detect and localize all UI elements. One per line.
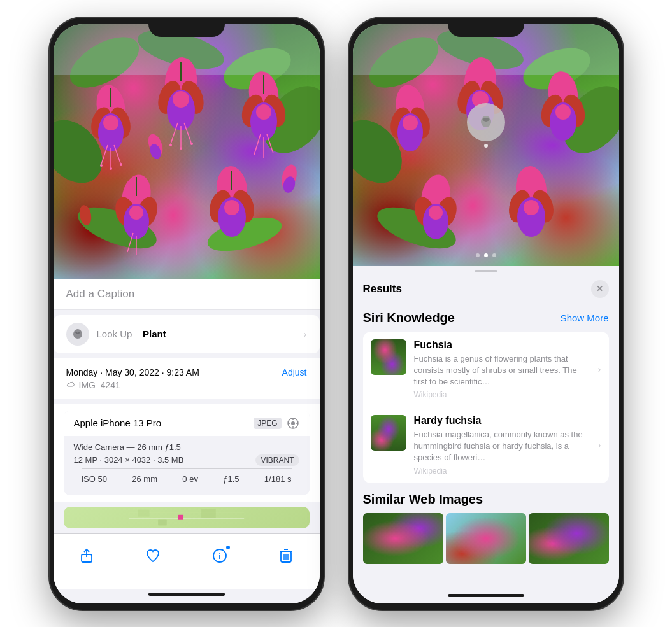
camera-header: Apple iPhone 13 Pro JPEG bbox=[64, 411, 310, 436]
svg-point-28 bbox=[180, 147, 182, 150]
siri-knowledge-title: Siri Knowledge bbox=[363, 311, 455, 325]
results-title: Results bbox=[363, 283, 402, 295]
siri-circle bbox=[467, 103, 505, 141]
share-icon bbox=[79, 548, 94, 563]
photo-date: Monday · May 30, 2022 · 9:23 AM bbox=[66, 367, 199, 377]
svg-rect-70 bbox=[158, 519, 167, 525]
svg-point-12 bbox=[103, 115, 118, 130]
knowledge-card: Fuchsia Fuchsia is a genus of flowering … bbox=[363, 332, 609, 483]
heart-icon bbox=[145, 548, 161, 563]
siri-leaf-icon bbox=[477, 113, 495, 131]
hardy-fuchsia-thumbnail bbox=[371, 415, 406, 451]
phone-notch bbox=[148, 18, 225, 37]
caption-placeholder[interactable]: Add a Caption bbox=[66, 288, 135, 300]
hardy-fuchsia-description: Fuchsia magellanica, commonly known as t… bbox=[414, 429, 590, 464]
dot-3 bbox=[492, 253, 496, 257]
right-phone-screen: Results ✕ Siri Knowledge Show More bbox=[353, 24, 619, 603]
dot-2-active bbox=[484, 253, 488, 257]
dot-1 bbox=[476, 253, 480, 257]
vibrant-badge: VIBRANT bbox=[255, 454, 299, 466]
plant-icon bbox=[71, 328, 84, 341]
camera-badges: JPEG bbox=[254, 417, 299, 430]
jpeg-badge: JPEG bbox=[254, 418, 281, 429]
caption-area[interactable]: Add a Caption bbox=[54, 279, 320, 310]
filename: IMG_4241 bbox=[79, 380, 120, 390]
info-button[interactable] bbox=[206, 542, 234, 570]
info-icon bbox=[212, 548, 227, 563]
fuchsia-name: Fuchsia bbox=[414, 339, 590, 351]
svg-point-27 bbox=[169, 144, 172, 146]
iso: ISO 50 bbox=[82, 474, 107, 484]
focal-length: 26 mm bbox=[132, 474, 157, 484]
meta-section: Monday · May 30, 2022 · 9:23 AM Adjust I… bbox=[54, 358, 320, 399]
left-phone: Add a Caption Look Up – Plant › bbox=[50, 18, 324, 610]
lookup-label: Look Up – Plant bbox=[97, 328, 166, 339]
adjust-button[interactable]: Adjust bbox=[282, 367, 307, 377]
svg-point-49 bbox=[224, 200, 239, 215]
map-illustration bbox=[64, 507, 310, 528]
right-photo-area[interactable] bbox=[353, 24, 619, 266]
hardy-fuchsia-info: Hardy fuchsia Fuchsia magellanica, commo… bbox=[414, 415, 590, 476]
cloud-icon bbox=[66, 381, 75, 390]
similar-image-1[interactable] bbox=[363, 513, 443, 564]
fuchsia-info: Fuchsia Fuchsia is a genus of flowering … bbox=[414, 339, 590, 400]
svg-point-61 bbox=[291, 421, 295, 425]
lookup-chevron: › bbox=[304, 329, 307, 339]
svg-point-34 bbox=[256, 104, 271, 120]
knowledge-item-hardy-fuchsia[interactable]: Hardy fuchsia Fuchsia magellanica, commo… bbox=[363, 407, 609, 483]
siri-dot bbox=[484, 144, 488, 148]
resolution: 12 MP · 3024 × 4032 · 3.5 MB bbox=[74, 455, 184, 465]
trash-icon bbox=[279, 548, 293, 563]
location-icon bbox=[287, 417, 299, 430]
info-panel: Add a Caption Look Up – Plant › bbox=[54, 279, 320, 533]
right-phone-notch bbox=[448, 18, 524, 37]
similar-image-2[interactable] bbox=[446, 513, 526, 564]
meta-date-row: Monday · May 30, 2022 · 9:23 AM Adjust bbox=[66, 367, 307, 377]
lens-info: Wide Camera — 26 mm ƒ1.5 bbox=[74, 442, 299, 452]
siri-badge bbox=[467, 103, 505, 148]
camera-name: Apple iPhone 13 Pro bbox=[74, 418, 162, 428]
meta-filename: IMG_4241 bbox=[66, 380, 307, 390]
knowledge-item-fuchsia[interactable]: Fuchsia Fuchsia is a genus of flowering … bbox=[363, 332, 609, 408]
hardy-fuchsia-name: Hardy fuchsia bbox=[414, 415, 590, 426]
similar-web-images-title: Similar Web Images bbox=[363, 492, 609, 507]
share-button[interactable] bbox=[73, 542, 101, 570]
exif-row: ISO 50 26 mm 0 ev ƒ1.5 1/181 s bbox=[74, 468, 299, 489]
camera-section: Apple iPhone 13 Pro JPEG bbox=[54, 404, 320, 502]
svg-rect-69 bbox=[138, 509, 149, 516]
hardy-fuchsia-source: Wikipedia bbox=[414, 467, 590, 476]
svg-point-23 bbox=[173, 91, 189, 108]
right-phone: Results ✕ Siri Knowledge Show More bbox=[349, 18, 623, 610]
show-more-button[interactable]: Show More bbox=[561, 313, 609, 323]
svg-point-17 bbox=[110, 167, 112, 170]
right-home-indicator bbox=[448, 594, 524, 597]
info-badge bbox=[225, 544, 231, 551]
close-icon[interactable]: ✕ bbox=[596, 284, 603, 293]
flower-illustration bbox=[54, 24, 320, 279]
exif-data: ISO 50 26 mm 0 ev ƒ1.5 1/181 s bbox=[82, 468, 292, 489]
map-area[interactable] bbox=[64, 507, 310, 528]
resolution-row: 12 MP · 3024 × 4032 · 3.5 MB VIBRANT bbox=[74, 454, 299, 466]
svg-rect-71 bbox=[201, 509, 216, 518]
bottom-toolbar bbox=[54, 533, 320, 589]
results-content[interactable]: Siri Knowledge Show More Fuchsia Fuchsia… bbox=[353, 302, 619, 590]
close-button[interactable]: ✕ bbox=[591, 280, 609, 298]
drag-handle bbox=[475, 270, 497, 272]
siri-knowledge-header: Siri Knowledge Show More bbox=[363, 311, 609, 325]
left-phone-screen: Add a Caption Look Up – Plant › bbox=[54, 24, 320, 603]
svg-point-114 bbox=[524, 200, 539, 215]
svg-point-18 bbox=[120, 163, 122, 166]
aperture: ƒ1.5 bbox=[223, 474, 239, 484]
svg-point-29 bbox=[190, 143, 193, 145]
similar-image-3[interactable] bbox=[529, 513, 609, 564]
camera-details: Wide Camera — 26 mm ƒ1.5 12 MP · 3024 × … bbox=[64, 436, 310, 495]
exposure: 0 ev bbox=[182, 474, 198, 484]
delete-button[interactable] bbox=[272, 542, 300, 570]
similar-images-row bbox=[363, 513, 609, 564]
svg-point-42 bbox=[129, 206, 143, 220]
fuchsia-description: Fuchsia is a genus of flowering plants t… bbox=[414, 353, 590, 388]
favorite-button[interactable] bbox=[139, 542, 167, 570]
right-home-indicator-area bbox=[353, 590, 619, 603]
lookup-row[interactable]: Look Up – Plant › bbox=[54, 315, 320, 353]
photo-area[interactable] bbox=[54, 24, 320, 279]
